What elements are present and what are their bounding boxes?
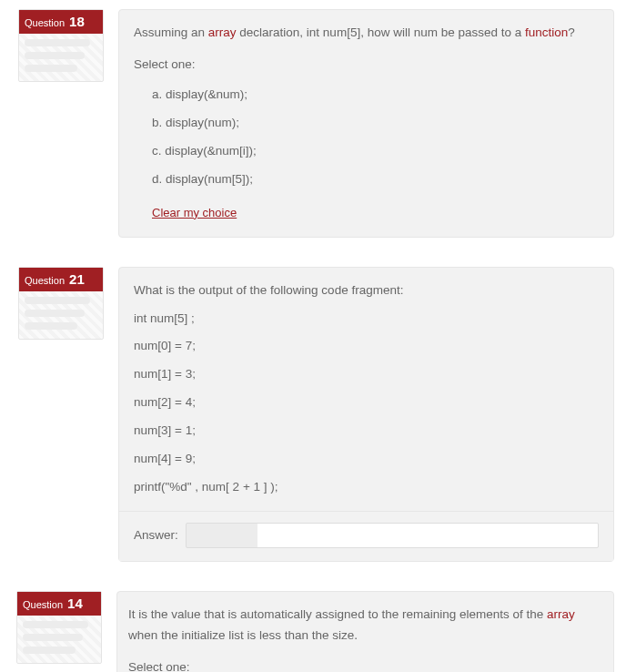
option-a[interactable]: a. display(&num); xyxy=(152,81,599,109)
badge-prefix: Question xyxy=(25,17,65,28)
code-line: num[4] = 9; xyxy=(134,449,599,470)
question-badge: Question 18 xyxy=(19,10,103,34)
question-badge: Question 14 xyxy=(17,592,101,616)
badge-number: 18 xyxy=(69,14,85,29)
code-intro: What is the output of the following code… xyxy=(134,280,599,301)
badge-prefix: Question xyxy=(23,599,63,610)
options-list: a. display(&num); b. display(num); c. di… xyxy=(134,81,599,194)
code-line: num[3] = 1; xyxy=(134,421,599,442)
stem-text: Assuming an xyxy=(134,25,208,39)
placeholder-line xyxy=(25,297,90,304)
placeholder-line xyxy=(25,322,77,330)
question-stem: It is the value that is automatically as… xyxy=(128,605,599,647)
question-sidecard: Question 18 xyxy=(18,9,104,82)
code-line: num[1] = 3; xyxy=(134,364,599,385)
placeholder-line xyxy=(25,65,77,72)
select-one-label: Select one: xyxy=(128,657,599,672)
answer-label: Answer: xyxy=(134,525,178,546)
keyword: function xyxy=(525,25,568,39)
placeholder-line xyxy=(25,310,85,317)
question-block: Question 18 Assuming an array declaratio… xyxy=(18,9,614,238)
clear-choice-link[interactable]: Clear my choice xyxy=(152,203,237,223)
code-line: int num[5] ; xyxy=(134,309,599,330)
question-body: What is the output of the following code… xyxy=(118,267,614,563)
placeholder-line xyxy=(25,52,85,59)
answer-input[interactable] xyxy=(186,523,599,548)
stem-text: ? xyxy=(568,25,575,39)
question-body: It is the value that is automatically as… xyxy=(116,591,614,672)
option-d[interactable]: d. display(num[5]); xyxy=(152,166,599,194)
code-line: printf("%d" , num[ 2 + 1 ] ); xyxy=(134,477,599,498)
placeholder-line xyxy=(25,39,90,46)
option-c[interactable]: c. display(&num[i]); xyxy=(152,137,599,166)
code-fragment: What is the output of the following code… xyxy=(134,280,599,499)
option-b[interactable]: b. display(num); xyxy=(152,109,599,137)
select-one-label: Select one: xyxy=(134,55,599,76)
placeholder-line xyxy=(23,647,76,654)
question-sidecard: Question 21 xyxy=(18,267,104,340)
placeholder-line xyxy=(23,621,88,628)
question-body: Assuming an array declaration, int num[5… xyxy=(118,9,614,238)
placeholder-line xyxy=(23,634,83,641)
stem-text: declaration, int num[5], how will num be… xyxy=(237,25,525,39)
question-stem: Assuming an array declaration, int num[5… xyxy=(134,23,599,44)
stem-text: when the initialize list is less than th… xyxy=(128,628,358,642)
code-line: num[0] = 7; xyxy=(134,336,599,357)
question-badge: Question 21 xyxy=(19,268,103,291)
code-line: num[2] = 4; xyxy=(134,392,599,413)
stem-text: It is the value that is automatically as… xyxy=(128,607,547,621)
answer-row: Answer: xyxy=(119,511,613,561)
keyword: array xyxy=(208,25,237,39)
question-block: Question 14 It is the value that is auto… xyxy=(18,591,614,672)
question-sidecard: Question 14 xyxy=(16,591,102,664)
keyword: array xyxy=(547,607,575,621)
badge-prefix: Question xyxy=(25,275,65,286)
badge-number: 21 xyxy=(69,271,85,287)
badge-number: 14 xyxy=(67,596,83,611)
question-block: Question 21 What is the output of the fo… xyxy=(18,267,614,563)
